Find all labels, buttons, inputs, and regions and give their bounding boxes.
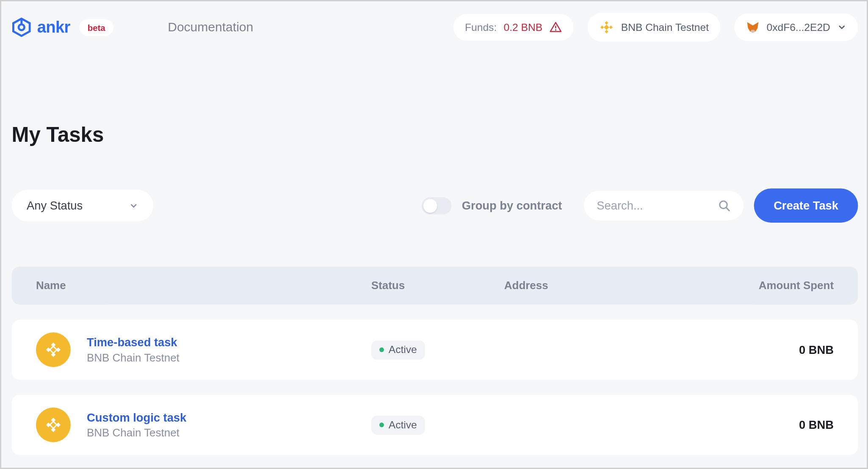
funds-label: Funds: xyxy=(465,21,497,33)
svg-rect-6 xyxy=(605,30,608,33)
header-bar: ankr beta Documentation Funds: 0.2 BNB xyxy=(12,13,858,41)
funds-pill[interactable]: Funds: 0.2 BNB xyxy=(453,14,574,41)
svg-rect-19 xyxy=(50,422,57,428)
svg-rect-5 xyxy=(605,21,608,25)
col-header-address: Address xyxy=(504,279,718,292)
svg-point-1 xyxy=(19,25,25,30)
search-input[interactable] xyxy=(597,199,683,212)
svg-rect-16 xyxy=(51,352,55,357)
status-dot-icon xyxy=(379,422,384,427)
task-amount: 0 BNB xyxy=(718,418,834,431)
status-badge: Active xyxy=(371,415,425,434)
search-icon xyxy=(718,199,731,212)
bnb-chain-icon xyxy=(36,408,71,442)
task-chain-label: BNB Chain Testnet xyxy=(87,426,186,439)
task-row[interactable]: Time-based task BNB Chain Testnet Active… xyxy=(12,320,858,380)
metamask-icon xyxy=(746,20,760,34)
status-dot-icon xyxy=(379,348,384,352)
svg-rect-20 xyxy=(51,418,55,422)
task-amount: 0 BNB xyxy=(718,343,834,356)
search-container xyxy=(584,191,744,221)
svg-rect-23 xyxy=(56,422,61,427)
documentation-link[interactable]: Documentation xyxy=(168,20,253,35)
svg-rect-22 xyxy=(46,422,51,427)
brand-name: ankr xyxy=(37,18,70,37)
warning-icon xyxy=(550,21,562,33)
page-title: My Tasks xyxy=(12,123,858,147)
bnb-chain-icon xyxy=(36,332,71,367)
ankr-logo-icon xyxy=(12,17,31,37)
brand-logo-area[interactable]: ankr beta xyxy=(12,17,113,37)
col-header-status: Status xyxy=(371,279,504,292)
task-row[interactable]: Custom logic task BNB Chain Testnet Acti… xyxy=(12,395,858,455)
col-header-amount: Amount Spent xyxy=(718,279,834,292)
chevron-down-icon xyxy=(837,23,846,32)
status-filter-dropdown[interactable]: Any Status xyxy=(12,190,153,221)
task-name[interactable]: Custom logic task xyxy=(87,411,186,424)
svg-rect-7 xyxy=(600,25,604,29)
group-by-contract-toggle[interactable] xyxy=(421,197,451,214)
status-badge: Active xyxy=(371,340,425,359)
task-name[interactable]: Time-based task xyxy=(87,336,180,349)
svg-line-13 xyxy=(726,207,730,210)
beta-badge: beta xyxy=(80,19,113,36)
chain-name: BNB Chain Testnet xyxy=(621,21,709,33)
svg-rect-14 xyxy=(50,346,57,353)
svg-rect-9 xyxy=(604,25,609,30)
svg-rect-15 xyxy=(51,342,55,347)
bnb-chain-icon xyxy=(599,20,614,35)
funds-value: 0.2 BNB xyxy=(504,21,543,33)
chevron-down-icon xyxy=(129,201,138,210)
wallet-selector[interactable]: 0xdF6...2E2D xyxy=(734,14,858,41)
wallet-address: 0xdF6...2E2D xyxy=(767,21,830,33)
status-text: Active xyxy=(389,419,417,431)
status-filter-label: Any Status xyxy=(27,199,83,212)
table-header: Name Status Address Amount Spent xyxy=(12,267,858,305)
svg-point-4 xyxy=(555,29,556,30)
svg-rect-17 xyxy=(46,348,51,352)
svg-rect-18 xyxy=(56,348,61,352)
svg-rect-8 xyxy=(609,25,613,29)
create-task-button[interactable]: Create Task xyxy=(754,188,858,223)
svg-rect-21 xyxy=(51,428,55,432)
status-text: Active xyxy=(389,344,417,356)
chain-selector[interactable]: BNB Chain Testnet xyxy=(588,13,721,41)
task-chain-label: BNB Chain Testnet xyxy=(87,351,180,364)
col-header-name: Name xyxy=(36,279,371,292)
controls-row: Any Status Group by contract Create Task xyxy=(12,188,858,223)
group-by-contract-label: Group by contract xyxy=(462,199,562,212)
